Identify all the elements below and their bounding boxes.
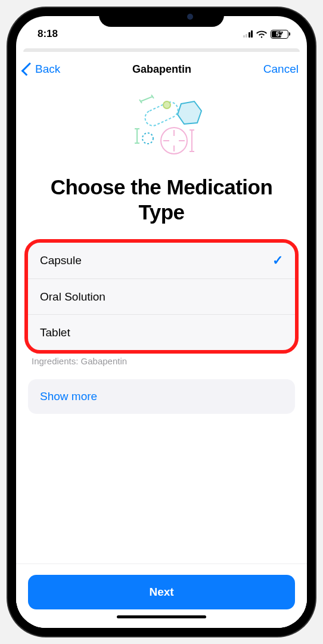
nav-bar: Back Gabapentin Cancel <box>16 53 307 85</box>
svg-marker-0 <box>178 101 201 124</box>
type-option-label: Oral Solution <box>40 290 105 304</box>
status-right: 57 <box>243 30 291 39</box>
cellular-signal-icon <box>243 30 253 38</box>
type-option-oral-solution[interactable]: Oral Solution ✓ <box>28 278 295 314</box>
medication-type-group: Capsule ✓ Oral Solution ✓ Tablet ✓ <box>28 243 295 350</box>
chevron-left-icon <box>21 63 35 76</box>
wifi-icon <box>256 30 267 38</box>
type-option-capsule[interactable]: Capsule ✓ <box>28 243 295 278</box>
svg-point-8 <box>142 133 153 144</box>
svg-point-2 <box>163 101 170 109</box>
page-heading: Choose the Medication Type <box>28 175 295 225</box>
status-time: 8:18 <box>38 28 58 40</box>
battery-icon: 57 <box>271 30 290 39</box>
home-indicator[interactable] <box>117 615 206 618</box>
next-button[interactable]: Next <box>28 575 295 609</box>
back-button[interactable]: Back <box>24 63 60 76</box>
medication-illustration <box>28 90 295 162</box>
type-option-label: Tablet <box>40 326 70 339</box>
checkmark-icon: ✓ <box>272 253 283 268</box>
type-option-tablet[interactable]: Tablet ✓ <box>28 314 295 350</box>
ingredients-line: Ingredients: Gabapentin <box>28 356 295 366</box>
nav-title: Gabapentin <box>132 63 191 76</box>
notch <box>99 8 224 27</box>
ingredients-label: Ingredients: <box>32 356 78 366</box>
svg-rect-1 <box>142 100 181 128</box>
background-sheet-edge <box>23 48 300 52</box>
cancel-button[interactable]: Cancel <box>263 63 299 76</box>
content-area: Choose the Medication Type Capsule ✓ Ora… <box>16 85 307 564</box>
footer: Next <box>16 564 307 628</box>
phone-frame: 8:18 57 Back <box>8 8 315 636</box>
battery-percent: 57 <box>276 30 283 38</box>
phone-screen: 8:18 57 Back <box>16 16 307 628</box>
type-option-label: Capsule <box>40 254 82 267</box>
medication-type-list: Capsule ✓ Oral Solution ✓ Tablet ✓ <box>28 243 295 350</box>
back-label: Back <box>35 63 60 76</box>
ingredients-value: Gabapentin <box>81 356 128 366</box>
show-more-button[interactable]: Show more <box>28 379 295 414</box>
modal-sheet: Back Gabapentin Cancel <box>16 53 307 628</box>
